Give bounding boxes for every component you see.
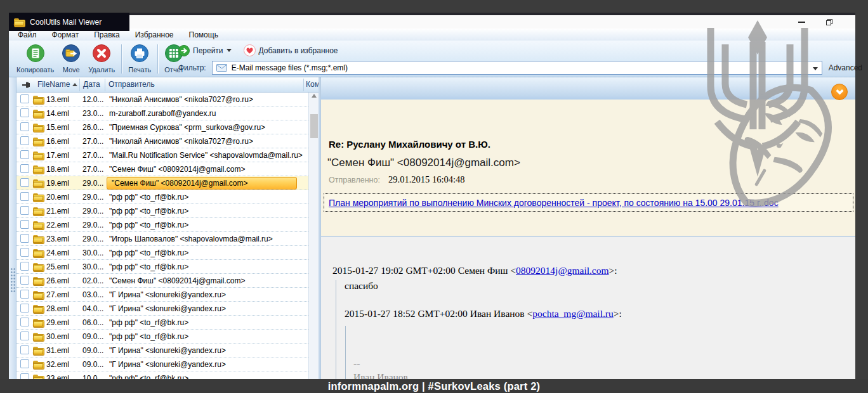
file-row-29.eml[interactable]: 29.eml06.0..."рф рф" <to_rf@bk.ru> [16, 316, 308, 330]
mail-from: "Семен Фиш" <08092014j@gmail.com> [327, 157, 520, 169]
file-row-25.eml[interactable]: 25.eml30.0..."рф рф" <to_rf@bk.ru> [16, 260, 308, 274]
menu-item-1[interactable]: Формат [52, 30, 79, 39]
column-header-filename[interactable]: FileName [37, 80, 70, 89]
row-checkbox[interactable] [20, 164, 29, 173]
file-date: 04.0... [82, 304, 103, 313]
filter-dropdown-icon[interactable] [813, 67, 818, 70]
toolbar-button-печать[interactable]: Печать [124, 42, 155, 75]
row-checkbox[interactable] [20, 234, 29, 243]
file-row-22.eml[interactable]: 22.eml29.0..."рф рф" <to_rf@bk.ru> [16, 218, 308, 232]
file-row-26.eml[interactable]: 26.eml02.0..."Семен Фиш" <08092014j@gmai… [16, 274, 308, 288]
row-checkbox[interactable] [20, 304, 29, 312]
goto-button[interactable]: Перейти [178, 45, 232, 56]
file-row-32.eml[interactable]: 32.eml09.0..."Г Ирина" <slonureki@yandex… [16, 358, 308, 371]
row-checkbox[interactable] [20, 318, 29, 326]
quote2-email-link[interactable]: pochta_mg@mail.ru [532, 308, 613, 319]
toolbar-right: Перейти Добавить в избранное Фильтр: [176, 44, 855, 76]
file-row-18.eml[interactable]: 18.eml27.0..."Семен Фиш" <08092014j@gmai… [16, 162, 308, 176]
file-row-27.eml[interactable]: 27.eml03.0..."Г Ирина" <slonureki@yandex… [16, 288, 308, 302]
toolbar-button-label: Печать [128, 66, 151, 74]
favorite-button[interactable]: Добавить в избранное [244, 44, 338, 56]
toolbar-button-копировать[interactable]: Копировать [13, 42, 58, 75]
scroll-up-icon[interactable] [312, 94, 317, 98]
eml-folder-icon [33, 124, 43, 131]
row-checkbox[interactable] [20, 276, 29, 285]
list-scrollbar[interactable] [308, 93, 319, 380]
eml-folder-icon [33, 263, 43, 271]
attachment-link[interactable]: План мероприятий по выполнению Минских д… [329, 198, 779, 208]
file-name: 16.eml [46, 137, 69, 146]
filter-combobox[interactable]: E-Mail message files (*.msg;*.eml) [212, 61, 822, 75]
row-checkbox[interactable] [20, 206, 29, 215]
file-sender: "рф рф" <to_rf@bk.ru> [109, 262, 188, 271]
row-checkbox[interactable] [20, 108, 29, 117]
quote2-header: 2015-01-27 18:52 GMT+02:00 Иван Иванов <… [345, 308, 849, 319]
goto-icon [178, 45, 190, 56]
row-checkbox[interactable] [20, 220, 29, 229]
row-checkbox[interactable] [20, 262, 29, 271]
file-row-20.eml[interactable]: 20.eml29.0..."рф рф" <to_rf@bk.ru> [16, 190, 308, 204]
pin-icon[interactable] [22, 81, 31, 91]
toolbar-button-move[interactable]: Move [58, 42, 84, 75]
splitter-grip[interactable] [10, 267, 16, 293]
file-name: 28.eml [46, 304, 69, 313]
file-row-16.eml[interactable]: 16.eml27.0..."Николай Анисимов" <nikola7… [16, 134, 308, 148]
row-checkbox[interactable] [20, 248, 29, 257]
row-checkbox[interactable] [20, 359, 29, 368]
file-row-15.eml[interactable]: 15.eml26.0..."Приемная Суркова" <prm_sur… [16, 120, 308, 134]
spacer [353, 326, 849, 356]
row-checkbox[interactable] [20, 150, 29, 159]
file-row-19.eml[interactable]: 19.eml29.0..."Семен Фиш" <08092014j@gmai… [16, 176, 308, 190]
restore-button[interactable] [819, 15, 840, 29]
row-checkbox[interactable] [20, 136, 29, 145]
row-checkbox[interactable] [20, 178, 29, 187]
column-header-date[interactable]: Дата [83, 80, 100, 89]
menu-bar: ФайлФорматПравкаИзбранноеПомощь [9, 29, 855, 41]
menu-item-3[interactable]: Избранное [135, 30, 174, 39]
advanced-link[interactable]: Advanced [829, 63, 862, 72]
goto-row: Перейти Добавить в избранное [178, 44, 338, 56]
file-row-28.eml[interactable]: 28.eml04.0..."Г Ирина" <slonureki@yandex… [16, 302, 308, 316]
quote1-suffix: >: [609, 265, 617, 276]
quote1-prefix: 2015-01-27 19:02 GMT+02:00 Семен Фиш < [332, 265, 516, 276]
file-date: 29.0... [82, 235, 103, 243]
column-header-to[interactable]: Кому [306, 80, 320, 89]
app-folder-icon [14, 18, 24, 26]
heart-icon [244, 44, 256, 56]
file-row-21.eml[interactable]: 21.eml29.0..."рф рф" <to_rf@bk.ru> [16, 204, 308, 218]
collapse-header-button[interactable] [831, 84, 848, 100]
file-date: 27.0... [82, 151, 103, 160]
menu-item-2[interactable]: Правка [94, 30, 120, 39]
eml-folder-icon [33, 235, 43, 243]
file-date: 12.0... [82, 95, 103, 104]
file-row-14.eml[interactable]: 14.eml23.0...m-zuraboff.zuraboff@yandex.… [16, 106, 308, 120]
menu-item-0[interactable]: Файл [18, 30, 37, 39]
toolbar-button-удалить[interactable]: Удалить [84, 42, 119, 75]
file-name: 26.eml [46, 276, 69, 285]
row-checkbox[interactable] [20, 94, 29, 103]
menu-item-4[interactable]: Помощь [189, 30, 218, 39]
file-row-13.eml[interactable]: 13.eml12.0..."Николай Анисимов" <nikola7… [16, 93, 308, 106]
file-row-30.eml[interactable]: 30.eml09.0..."рф рф" <to_rf@bk.ru> [16, 330, 308, 344]
file-sender: "Г Ирина" <slonureki@yandex.ru> [109, 360, 226, 369]
file-date: 09.0... [82, 360, 103, 369]
file-row-23.eml[interactable]: 23.eml29.0..."Игорь Шаповалов" <shapoval… [16, 232, 308, 246]
file-sender: "Г Ирина" <slonureki@yandex.ru> [109, 290, 226, 299]
quote1-email-link[interactable]: 08092014j@gmail.com [516, 265, 608, 276]
file-sender: "Игорь Шаповалов" <shapovalovmda@mail.ru… [109, 235, 273, 243]
left-splitter-strip [9, 77, 16, 380]
column-header-sender[interactable]: Отправитель [109, 80, 155, 89]
eml-folder-icon [33, 305, 43, 312]
row-checkbox[interactable] [20, 192, 29, 201]
minimize-button[interactable] [791, 15, 812, 29]
file-row-17.eml[interactable]: 17.eml27.0..."Mail.Ru Notification Servi… [16, 148, 308, 162]
file-date: 29.0... [82, 193, 103, 202]
file-row-31.eml[interactable]: 31.eml09.0..."Г Ирина" <slonureki@yandex… [16, 344, 308, 358]
row-checkbox[interactable] [20, 345, 29, 354]
row-checkbox[interactable] [20, 290, 29, 299]
scrollbar-thumb[interactable] [310, 114, 318, 138]
row-checkbox[interactable] [20, 122, 29, 131]
eml-folder-icon [33, 110, 43, 117]
row-checkbox[interactable] [20, 332, 29, 340]
file-row-24.eml[interactable]: 24.eml30.0..."рф рф" <to_rf@bk.ru> [16, 246, 308, 260]
